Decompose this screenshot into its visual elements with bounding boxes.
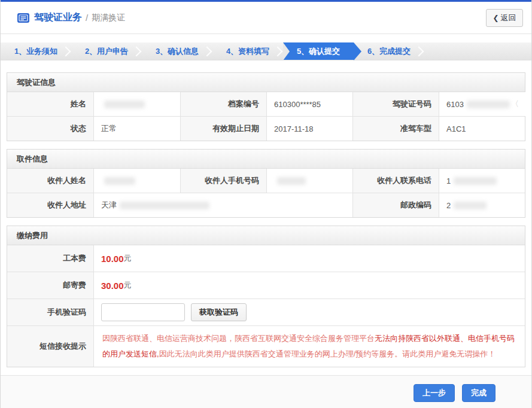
breadcrumb-separator: /	[86, 13, 88, 23]
expiry-date-label: 有效期止日期	[180, 117, 266, 141]
back-button-label: 返回	[501, 13, 516, 23]
table-row: 工本费 10.00元	[7, 245, 525, 272]
previous-step-button[interactable]: 上一步	[414, 384, 455, 402]
table-row: 收件人姓名 收件人手机号码 收件人联系电话 1	[7, 169, 525, 193]
step-2-user-declaration[interactable]: 2、用户申告	[71, 42, 142, 60]
step-6-complete-submit[interactable]: 6、完成提交	[354, 42, 424, 60]
redacted-blob	[120, 202, 209, 209]
vehicle-class-label: 准驾车型	[352, 117, 439, 141]
recipient-phone-label: 收件人联系电话	[352, 169, 439, 193]
mailing-fee-unit: 元	[124, 280, 132, 291]
page-header: 驾驶证业务 / 期满换证 ❮ 返回	[1, 2, 531, 34]
mailing-fee-label: 邮寄费	[7, 272, 93, 299]
redacted-blob	[467, 101, 510, 108]
production-fee-value: 10.00元	[93, 245, 525, 272]
recipient-name-label: 收件人姓名	[7, 169, 93, 193]
expiry-date-value: 2017-11-18	[266, 117, 352, 141]
recipient-mobile-value	[266, 169, 352, 193]
redacted-blob	[454, 202, 487, 209]
postal-code-value: 2	[439, 193, 525, 217]
production-fee-unit: 元	[124, 253, 132, 264]
pickup-section-title: 取件信息	[7, 150, 525, 169]
file-number-label: 档案编号	[180, 92, 266, 116]
name-label: 姓名	[7, 92, 93, 116]
table-row: 收件人地址 天津 邮政编码 2	[7, 193, 525, 217]
production-fee-amount: 10.00	[101, 254, 124, 264]
file-number-value: 610300****85	[266, 92, 352, 116]
recipient-name-value	[93, 169, 180, 193]
table-row: 姓名 档案编号 610300****85 驾驶证号码 6103〈	[7, 92, 525, 116]
wizard-steps: 1、业务须知 2、用户申告 3、确认信息 4、资料填写 5、确认提交 6、完成提…	[1, 42, 531, 60]
breadcrumb-current: 期满换证	[92, 13, 125, 23]
steps-filler	[424, 42, 531, 60]
sms-notice-part3: 因此无法向此类用户提供陕西省交通管理业务的网上办理/预约等服务。请此类用户避免无…	[159, 349, 496, 358]
status-label: 状态	[7, 117, 93, 141]
recipient-mobile-label: 收件人手机号码	[180, 169, 266, 193]
redacted-blob	[454, 177, 497, 185]
license-number-label: 驾驶证号码	[352, 92, 439, 116]
main-content: 驾驶证信息 姓名 档案编号 610300****85 驾驶证号码 6103〈 状…	[1, 60, 531, 375]
back-chevron-icon: ❮	[493, 14, 498, 22]
get-sms-code-button[interactable]: 获取验证码	[191, 303, 247, 321]
redacted-trail: 〈	[511, 99, 519, 109]
pickup-info-section: 取件信息 收件人姓名 收件人手机号码 收件人联系电话 1 收件人地址 天津 邮政…	[7, 149, 525, 218]
redacted-blob	[104, 101, 145, 108]
page-title: 驾驶证业务	[34, 11, 82, 24]
production-fee-label: 工本费	[7, 245, 93, 272]
recipient-address-value: 天津	[93, 193, 352, 217]
recipient-address-label: 收件人地址	[7, 193, 93, 217]
finish-button[interactable]: 完成	[462, 384, 495, 402]
fees-section: 缴纳费用 工本费 10.00元 邮寄费 30.00元 手机验证码 获取验证码 短…	[7, 226, 525, 367]
license-number-value: 6103〈	[439, 92, 526, 116]
license-section-title: 驾驶证信息	[7, 73, 525, 92]
step-1-business-notice[interactable]: 1、业务须知	[1, 42, 71, 60]
status-value: 正常	[93, 117, 180, 141]
mailing-fee-value: 30.00元	[93, 272, 525, 299]
vehicle-class-value: A1C1	[439, 117, 525, 141]
page: 驾驶证业务 / 期满换证 ❮ 返回 1、业务须知 2、用户申告 3、确认信息 4…	[0, 0, 532, 408]
step-4-fill-materials[interactable]: 4、资料填写	[212, 42, 283, 60]
license-info-section: 驾驶证信息 姓名 档案编号 610300****85 驾驶证号码 6103〈 状…	[7, 72, 525, 141]
sms-notice-label: 短信接收提示	[7, 326, 93, 367]
table-row: 邮寄费 30.00元	[7, 272, 525, 299]
fees-section-title: 缴纳费用	[7, 226, 525, 245]
step-5-confirm-submit[interactable]: 5、确认提交	[283, 42, 354, 60]
table-row: 状态 正常 有效期止日期 2017-11-18 准驾车型 A1C1	[7, 116, 525, 141]
sms-code-label: 手机验证码	[7, 299, 93, 325]
postal-code-label: 邮政编码	[352, 193, 439, 217]
license-list-icon	[17, 13, 29, 23]
table-row: 手机验证码 获取验证码	[7, 299, 525, 325]
redacted-blob	[104, 177, 135, 185]
mailing-fee-amount: 30.00	[101, 281, 124, 291]
recipient-phone-value: 1	[439, 169, 525, 193]
table-row: 短信接收提示 因陕西省联通、电信运营商技术问题，陕西省互联网交通安全综合服务管理…	[7, 325, 525, 367]
back-button[interactable]: ❮ 返回	[486, 9, 523, 27]
step-3-confirm-info[interactable]: 3、确认信息	[142, 42, 212, 60]
sms-code-cell: 获取验证码	[93, 299, 525, 325]
redacted-blob	[277, 177, 306, 185]
name-value	[93, 92, 180, 116]
sms-notice-text: 因陕西省联通、电信运营商技术问题，陕西省互联网交通安全综合服务管理平台无法向持陕…	[93, 326, 525, 367]
footer-bar: 上一步 完成	[1, 375, 531, 408]
sms-notice-part1: 因陕西省联通、电信运营商技术问题，陕西省互联网交通安全综合服务管理平台	[102, 334, 375, 343]
sms-code-input[interactable]	[101, 303, 185, 321]
